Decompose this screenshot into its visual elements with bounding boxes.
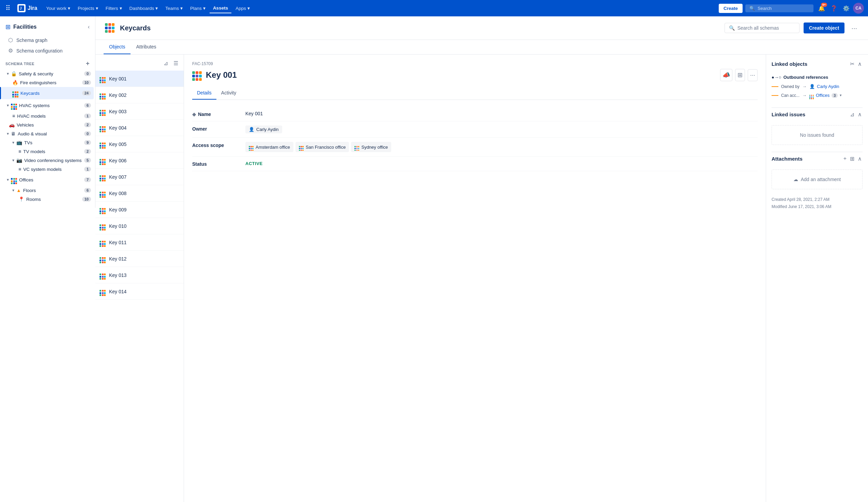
- chevron-down-icon: ▾: [12, 158, 14, 163]
- sidebar-item-vehicles[interactable]: 🚗 Vehicles 2: [1, 120, 94, 129]
- office-tag[interactable]: Sydney office: [351, 142, 391, 152]
- schema-tree-header: SCHEMA TREE +: [0, 56, 95, 69]
- tag-label: San Francisco office: [306, 144, 346, 150]
- list-item[interactable]: Key 013: [95, 267, 184, 283]
- sidebar-item-schema-config[interactable]: ⚙ Schema configuration: [3, 46, 92, 56]
- tab-objects[interactable]: Objects: [104, 40, 131, 54]
- schema-config-icon: ⚙: [8, 47, 13, 54]
- fire-icon: 🔥: [12, 80, 18, 85]
- nav-assets[interactable]: Assets: [209, 3, 231, 13]
- tree-item-label: Rooms: [26, 197, 80, 202]
- list-item[interactable]: Key 012: [95, 251, 184, 267]
- collapse-icon[interactable]: ∧: [857, 60, 862, 68]
- sidebar-item-fire-extinguishers[interactable]: 🔥 Fire extinguishers 10: [1, 78, 94, 87]
- tree-item-label: TVs: [24, 140, 82, 145]
- more-options-button[interactable]: ···: [849, 23, 860, 33]
- nav-apps[interactable]: Apps: [232, 3, 253, 13]
- nav-projects[interactable]: Projects: [74, 3, 102, 13]
- graph-button[interactable]: ⊞: [735, 69, 745, 81]
- settings-button[interactable]: ⚙️: [841, 3, 852, 14]
- nav-filters[interactable]: Filters: [102, 3, 125, 13]
- create-button[interactable]: Create: [719, 4, 743, 13]
- offices-count-badge: 3: [831, 93, 838, 98]
- filter-icon[interactable]: ⊿: [849, 110, 855, 118]
- help-button[interactable]: ❓: [828, 3, 839, 14]
- ref-row-owned-by: Owned by → 👤 Carly Aydin: [772, 82, 862, 90]
- nav-plans[interactable]: Plans: [187, 3, 209, 13]
- announce-button[interactable]: 📣: [720, 69, 732, 81]
- create-object-button[interactable]: Create object: [804, 22, 845, 33]
- tab-activity[interactable]: Activity: [216, 87, 241, 100]
- chevron-icon: [180, 6, 183, 11]
- collapse-sidebar-button[interactable]: ‹: [88, 24, 90, 30]
- list-icon: ≡: [18, 149, 21, 154]
- chevron-icon: [120, 6, 122, 11]
- nav-your-work[interactable]: Your work: [43, 3, 74, 13]
- detail-panel: FAC-15709 Key 001 📣: [184, 54, 766, 502]
- item-count-badge: 6: [84, 103, 91, 108]
- lock-icon: 🔒: [11, 71, 17, 77]
- list-item[interactable]: Key 007: [95, 169, 184, 185]
- list-item[interactable]: Key 005: [95, 136, 184, 152]
- sidebar-item-audio-visual[interactable]: ▾ 🖥 Audio & visual 0: [1, 129, 94, 138]
- list-item[interactable]: Key 011: [95, 234, 184, 251]
- nav-dashboards[interactable]: Dashboards: [126, 3, 162, 13]
- tv-icon: 📺: [16, 140, 22, 145]
- sidebar-item-offices[interactable]: ▾ Offices 7: [1, 173, 94, 186]
- list-view-icon[interactable]: ☰: [172, 59, 179, 68]
- tree-item-label: TV models: [23, 149, 82, 154]
- list-item[interactable]: Key 014: [95, 283, 184, 300]
- grid-menu-icon[interactable]: ⠿: [4, 3, 12, 14]
- ref-target-carly[interactable]: 👤 Carly Aydin: [809, 84, 839, 89]
- list-item[interactable]: Key 001: [95, 71, 184, 87]
- access-scope-tags: Amsterdam office San Francisco office Sy…: [245, 142, 757, 152]
- name-icon: ◆: [192, 111, 196, 117]
- sidebar-item-rooms[interactable]: 📍 Rooms 10: [1, 195, 94, 204]
- unlink-icon[interactable]: ✂: [849, 60, 855, 68]
- sidebar-item-tvs[interactable]: ▾ 📺 TVs 9: [1, 138, 94, 147]
- add-attachment-button[interactable]: ☁ Add an attachment: [772, 170, 862, 189]
- list-item[interactable]: Key 006: [95, 152, 184, 169]
- search-bar[interactable]: 🔍 Search: [745, 4, 814, 12]
- owner-tag[interactable]: 👤 Carly Aydin: [245, 126, 282, 133]
- more-detail-button[interactable]: ···: [748, 69, 757, 81]
- field-label: Owner: [192, 126, 240, 132]
- sidebar-item-safety-security[interactable]: ▾ 🔒 Safety & security 0: [1, 69, 94, 78]
- office-tag[interactable]: Amsterdam office: [245, 142, 293, 152]
- collapse-icon[interactable]: ∧: [857, 155, 862, 163]
- list-item[interactable]: Key 010: [95, 218, 184, 234]
- add-tree-item-button[interactable]: +: [86, 60, 90, 67]
- offices-ref-icon: [809, 92, 814, 99]
- tab-attributes[interactable]: Attributes: [131, 40, 162, 54]
- list-item[interactable]: Key 002: [95, 87, 184, 103]
- sidebar-item-schema-graph[interactable]: ⬡ Schema graph: [3, 35, 92, 46]
- ref-target-offices[interactable]: Offices 3 ▾: [809, 92, 842, 99]
- tab-details[interactable]: Details: [192, 87, 216, 100]
- nav-teams[interactable]: Teams: [162, 3, 186, 13]
- list-item[interactable]: Key 008: [95, 185, 184, 202]
- sidebar-item-vc-models[interactable]: ≡ VC system models 1: [1, 165, 94, 173]
- office-tag[interactable]: San Francisco office: [296, 142, 349, 152]
- user-avatar[interactable]: CA: [853, 3, 864, 14]
- add-attachment-icon[interactable]: +: [843, 155, 847, 162]
- grid-view-icon[interactable]: ⊞: [849, 155, 855, 163]
- sidebar-item-hvac-models[interactable]: ≡ HVAC models 1: [1, 111, 94, 120]
- tree-item-label: Vehicles: [17, 122, 82, 128]
- sidebar-item-hvac-systems[interactable]: ▾ HVAC systems 6: [1, 99, 94, 111]
- search-all-schemas-input[interactable]: 🔍 Search all schemas: [724, 23, 799, 33]
- tag-label: Sydney office: [361, 144, 388, 150]
- list-item[interactable]: Key 003: [95, 103, 184, 120]
- sidebar-item-keycards[interactable]: Keycards 24: [1, 87, 94, 99]
- object-label: Key 004: [109, 125, 126, 131]
- jira-logo[interactable]: J Jira: [15, 4, 40, 12]
- sidebar-item-tv-models[interactable]: ≡ TV models 2: [1, 147, 94, 156]
- notifications-button[interactable]: 🔔 9+: [816, 3, 827, 14]
- sidebar-item-video-conferencing[interactable]: ▾ 📷 Video conferencing systems 5: [1, 156, 94, 165]
- ref-type-label: Can acc...: [781, 93, 799, 98]
- sidebar-item-floors[interactable]: ▾ ▲ Floors 6: [1, 186, 94, 195]
- list-item[interactable]: Key 009: [95, 202, 184, 218]
- filter-icon[interactable]: ⊿: [162, 59, 169, 68]
- collapse-icon[interactable]: ∧: [857, 110, 862, 118]
- list-item[interactable]: Key 004: [95, 120, 184, 136]
- logo-text: Jira: [28, 5, 37, 11]
